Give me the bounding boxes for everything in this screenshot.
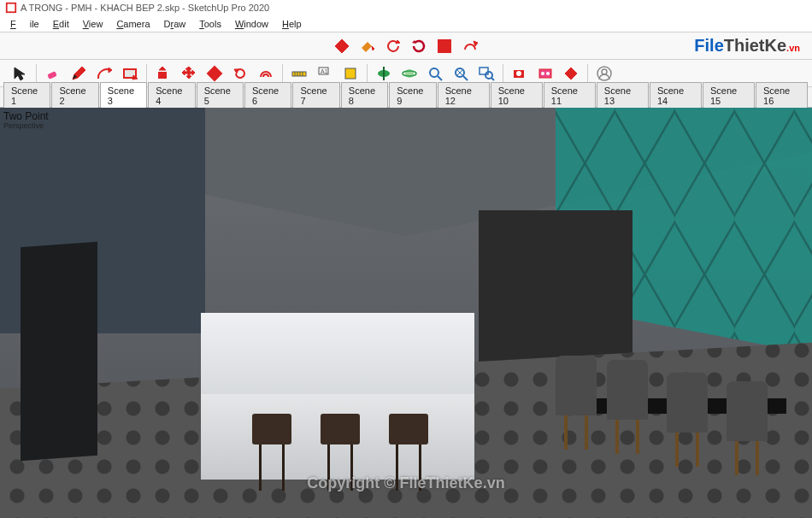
scene-tab[interactable]: Scene 2 xyxy=(51,82,98,108)
scene-tab[interactable]: Scene 16 xyxy=(756,82,808,108)
scale-icon[interactable] xyxy=(203,62,226,85)
scene-tab[interactable]: Scene 11 xyxy=(544,82,596,108)
menu-tools[interactable]: Tools xyxy=(192,17,228,31)
menu-edit[interactable]: Edit xyxy=(46,17,76,31)
scene-tab[interactable]: Scene 8 xyxy=(341,82,388,108)
scene-tab[interactable]: Scene 3 xyxy=(100,82,147,108)
walk-icon[interactable] xyxy=(560,62,582,85)
menu-draw[interactable]: Draw xyxy=(157,17,193,31)
dimension-icon[interactable] xyxy=(339,62,362,85)
toolbar-extensions: FileThietKe.vn xyxy=(0,32,812,60)
explode-out-icon[interactable] xyxy=(459,35,481,57)
svg-point-39 xyxy=(516,71,521,76)
scene-tab[interactable]: Scene 14 xyxy=(650,82,702,108)
svg-rect-1 xyxy=(8,4,15,12)
menubar: File Edit View Camera Draw Tools Window … xyxy=(0,15,812,32)
paint-icon[interactable] xyxy=(356,35,379,57)
rotate-icon[interactable] xyxy=(229,62,251,85)
text-icon[interactable]: A1 xyxy=(314,62,336,85)
dining-table xyxy=(564,381,786,484)
kitchen-island xyxy=(201,330,474,484)
svg-line-37 xyxy=(491,78,494,80)
arc-icon[interactable] xyxy=(93,62,115,85)
explode-icon[interactable] xyxy=(433,35,456,57)
svg-line-34 xyxy=(463,76,468,80)
viewport[interactable]: Two Point Perspective Copyright © FileTh… xyxy=(0,108,812,518)
eraser-icon[interactable] xyxy=(42,62,64,85)
user-icon[interactable] xyxy=(593,62,615,85)
scene-tab[interactable]: Scene 6 xyxy=(244,82,291,108)
divider-icon xyxy=(36,64,37,83)
divider-icon xyxy=(503,64,503,83)
orbit-icon[interactable] xyxy=(398,62,421,85)
scene-tab[interactable]: Scene 4 xyxy=(148,82,195,108)
titlebar: A TRONG - PMH - KHACH BEP 2.skp - Sketch… xyxy=(0,0,812,15)
scene-tab[interactable]: Scene 10 xyxy=(491,82,543,108)
fridge xyxy=(21,242,97,461)
menu-window[interactable]: Window xyxy=(228,17,275,31)
svg-rect-27 xyxy=(345,68,356,79)
pushpull-icon[interactable] xyxy=(152,62,174,85)
rotate-cw-icon[interactable] xyxy=(408,35,430,57)
menu-view[interactable]: View xyxy=(76,17,110,31)
tape-icon[interactable] xyxy=(288,62,310,85)
pencil-icon[interactable] xyxy=(68,62,90,85)
svg-marker-43 xyxy=(565,68,577,79)
app-icon xyxy=(5,2,17,14)
scene-tab[interactable]: Scene 15 xyxy=(703,82,755,108)
svg-point-31 xyxy=(430,68,438,77)
divider-icon xyxy=(587,64,588,83)
svg-rect-15 xyxy=(158,72,167,79)
section-icon[interactable] xyxy=(373,62,395,85)
svg-marker-12 xyxy=(109,68,112,73)
menu-camera[interactable]: Camera xyxy=(109,17,156,31)
camera-label: Two Point Perspective xyxy=(3,111,49,130)
svg-point-41 xyxy=(541,72,544,75)
svg-marker-3 xyxy=(396,40,400,44)
svg-rect-9 xyxy=(47,71,57,79)
svg-marker-16 xyxy=(159,67,166,70)
position-camera-icon[interactable] xyxy=(509,62,531,85)
svg-marker-19 xyxy=(234,69,238,74)
svg-point-42 xyxy=(546,72,550,75)
svg-point-45 xyxy=(602,69,607,74)
menu-help[interactable]: Help xyxy=(275,17,309,31)
scene-tab[interactable]: Scene 7 xyxy=(292,82,339,108)
scene-tabs: Scene 1Scene 2Scene 3Scene 4Scene 5Scene… xyxy=(0,87,812,108)
svg-line-32 xyxy=(438,76,442,80)
watermark-logo: FileThietKe.vn xyxy=(694,36,800,56)
scene-tab[interactable]: Scene 13 xyxy=(597,82,649,108)
component-icon[interactable] xyxy=(331,35,353,57)
rotate-ccw-icon[interactable] xyxy=(382,35,404,57)
svg-rect-20 xyxy=(292,72,306,76)
svg-marker-8 xyxy=(15,68,25,80)
divider-icon xyxy=(367,64,368,83)
menu-file[interactable]: File xyxy=(3,17,46,31)
watermark-copyright: Copyright © FileThietKe.vn xyxy=(307,474,504,492)
select-icon[interactable] xyxy=(9,62,31,85)
svg-point-36 xyxy=(485,72,492,79)
window-title: A TRONG - PMH - KHACH BEP 2.skp - Sketch… xyxy=(21,3,269,13)
svg-text:A1: A1 xyxy=(321,68,328,74)
zoom-extents-icon[interactable] xyxy=(450,62,472,85)
scene-tab[interactable]: Scene 5 xyxy=(197,82,244,108)
svg-marker-2 xyxy=(335,39,349,53)
lookaround-icon[interactable] xyxy=(534,62,556,85)
scene-tab[interactable]: Scene 9 xyxy=(389,82,436,108)
zoom-window-icon[interactable] xyxy=(475,62,497,85)
divider-icon xyxy=(282,64,283,83)
scene-tab[interactable]: Scene 1 xyxy=(3,82,50,108)
move-icon[interactable] xyxy=(178,62,200,85)
pan-icon[interactable] xyxy=(424,62,446,85)
scene-tab[interactable]: Scene 12 xyxy=(438,82,490,108)
divider-icon xyxy=(146,64,147,83)
offset-icon[interactable] xyxy=(255,62,277,85)
rectangle-icon[interactable] xyxy=(119,62,141,85)
